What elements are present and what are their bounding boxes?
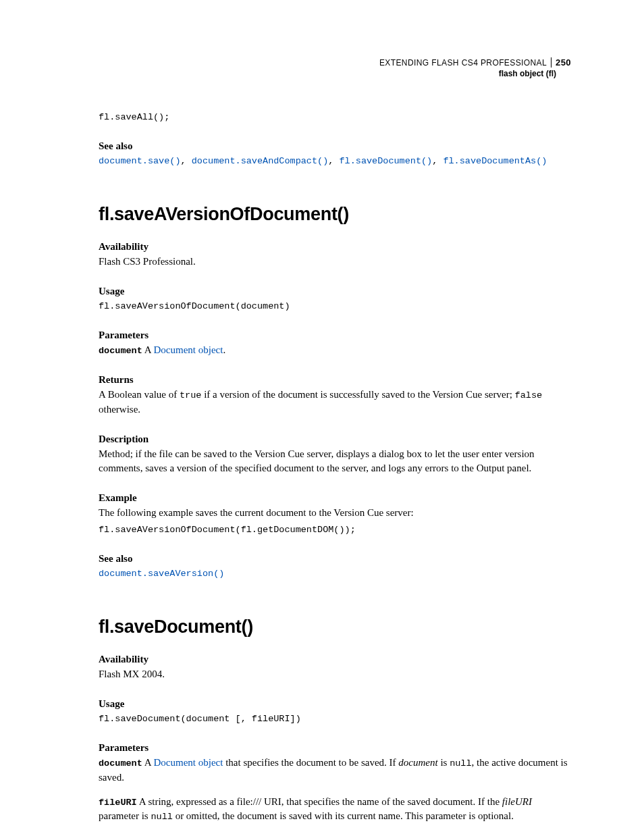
p1-mid2: is [438, 757, 450, 768]
see-also-links-2: document.saveAVersion() [99, 567, 571, 579]
availability-heading: Availability [99, 241, 571, 253]
see-also-heading: See also [99, 140, 571, 152]
returns-end: otherwise. [99, 404, 140, 415]
p1-null: null [450, 758, 471, 768]
link-document-save[interactable]: document.save() [99, 156, 181, 166]
link-document-object[interactable]: Document object [154, 344, 223, 355]
code-saveall: fl.saveAll(); [99, 111, 571, 124]
returns-text: A Boolean value of true if a version of … [99, 388, 571, 417]
param-end: . [223, 344, 225, 355]
parameter-document-2: document A Document object that specifie… [99, 756, 571, 785]
page: EXTENDING FLASH CS4 PROFESSIONAL 250 fla… [0, 0, 644, 834]
p1-italic: document [398, 757, 437, 768]
usage-heading-2: Usage [99, 698, 571, 710]
link-separator: , [181, 156, 192, 166]
link-separator: , [328, 156, 339, 166]
parameters-heading-2: Parameters [99, 742, 571, 754]
link-separator: , [432, 156, 443, 166]
p2-intro: A string, expressed as a file:/// URI, t… [137, 796, 502, 807]
usage-heading: Usage [99, 286, 571, 297]
param-intro: A [142, 344, 154, 355]
availability-heading-2: Availability [99, 654, 571, 665]
example-code: fl.saveAVersionOfDocument(fl.getDocument… [99, 523, 571, 537]
header-top: EXTENDING FLASH CS4 PROFESSIONAL 250 [99, 57, 571, 68]
description-text: Method; if the file can be saved to the … [99, 447, 571, 477]
returns-pre: A Boolean value of [99, 389, 180, 400]
section-title-saveaversionofdocument: fl.saveAVersionOfDocument() [99, 204, 571, 225]
see-also-heading-2: See also [99, 553, 571, 565]
availability-text-2: Flash MX 2004. [99, 667, 571, 682]
header-title: EXTENDING FLASH CS4 PROFESSIONAL [379, 58, 547, 68]
p1-intro: A [142, 757, 154, 768]
param-name-fileuri: fileURI [99, 798, 137, 808]
returns-heading: Returns [99, 374, 571, 386]
link-document-object-2[interactable]: Document object [154, 757, 223, 768]
page-number: 250 [551, 57, 571, 68]
usage-code: fl.saveAVersionOfDocument(document) [99, 300, 571, 313]
description-heading: Description [99, 434, 571, 445]
p2-mid: parameter is [99, 810, 151, 821]
example-heading: Example [99, 492, 571, 504]
parameter-fileuri: fileURI A string, expressed as a file://… [99, 795, 571, 825]
returns-mid: if a version of the document is successf… [201, 389, 514, 400]
header-subtitle: flash object (fl) [99, 69, 556, 78]
link-fl-savedocument[interactable]: fl.saveDocument() [339, 156, 432, 166]
section-title-savedocument: fl.saveDocument() [99, 617, 571, 637]
param-name-document: document [99, 346, 142, 356]
page-header: EXTENDING FLASH CS4 PROFESSIONAL 250 fla… [99, 57, 571, 78]
param-name-document-2: document [99, 758, 142, 768]
p2-end: or omitted, the document is saved with i… [173, 810, 514, 821]
link-document-saveandcompact[interactable]: document.saveAndCompact() [192, 156, 329, 166]
returns-false: false [515, 390, 543, 400]
returns-true: true [180, 390, 201, 400]
p1-mid: that specifies the document to be saved.… [223, 757, 398, 768]
availability-text: Flash CS3 Professional. [99, 255, 571, 269]
parameter-document: document A Document object. [99, 343, 571, 358]
p2-italic: fileURI [502, 796, 532, 807]
link-fl-savedocumentas[interactable]: fl.saveDocumentAs() [443, 156, 547, 166]
parameters-heading: Parameters [99, 330, 571, 341]
see-also-links: document.save(), document.saveAndCompact… [99, 154, 571, 166]
example-text: The following example saves the current … [99, 506, 571, 521]
p2-null: null [151, 812, 172, 822]
link-document-saveaversion[interactable]: document.saveAVersion() [99, 569, 224, 579]
usage-code-2: fl.saveDocument(document [, fileURI]) [99, 712, 571, 726]
